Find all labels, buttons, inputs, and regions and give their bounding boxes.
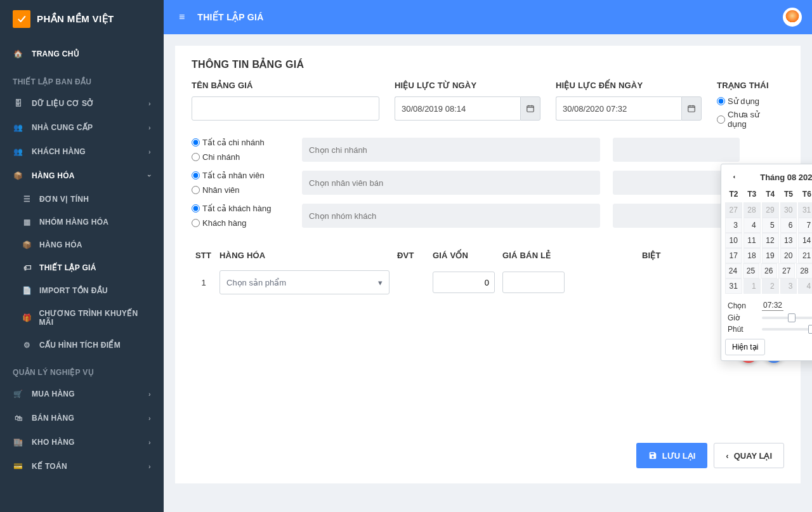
- calendar-day[interactable]: 26: [761, 263, 777, 279]
- calendar-day[interactable]: 6: [780, 218, 797, 233]
- back-button[interactable]: ‹ QUAY LẠI: [714, 443, 784, 468]
- nav-ke-toan[interactable]: 💳KẾ TOÁN›: [0, 454, 164, 478]
- status-inactive[interactable]: Chưa sử dụng: [717, 110, 773, 129]
- cust-one[interactable]: Khách hàng: [192, 218, 278, 228]
- database-icon: 🗄: [13, 99, 24, 108]
- calendar-day[interactable]: 13: [780, 233, 797, 248]
- sub-khuyen-mai[interactable]: 🎁CHƯƠNG TRÌNH KHUYẾN MÃI: [0, 302, 164, 334]
- calendar-day[interactable]: 20: [780, 248, 797, 263]
- calendar-day[interactable]: 1: [743, 279, 761, 294]
- price-table: STT HÀNG HÓA ĐVT GIÁ VỐN GIÁ BÁN LẺ BIỆT: [192, 246, 784, 299]
- topbar: ≡ THIẾT LẬP GIÁ: [164, 0, 812, 34]
- calendar-day[interactable]: 27: [725, 202, 742, 218]
- calendar-day[interactable]: 31: [798, 202, 812, 218]
- calendar-day[interactable]: 30: [780, 202, 797, 218]
- gear-icon: ⚙: [22, 341, 33, 350]
- calendar-day[interactable]: 2: [762, 279, 779, 294]
- sub-don-vi-tinh[interactable]: ☰ĐƠN VỊ TÍNH: [0, 188, 164, 211]
- calendar-dow: T4: [762, 187, 779, 202]
- nav-khach-hang[interactable]: 👥 KHÁCH HÀNG ›: [0, 140, 164, 164]
- calendar-day[interactable]: 11: [743, 233, 761, 248]
- calendar-day[interactable]: 4: [743, 218, 761, 233]
- calendar-day[interactable]: 3: [780, 279, 797, 294]
- nav-mua-hang[interactable]: 🛒MUA HÀNG›: [0, 382, 164, 406]
- emp-one[interactable]: Nhân viên: [192, 185, 278, 195]
- avatar[interactable]: [783, 8, 802, 27]
- nav-hang-hoa[interactable]: 📦 HÀNG HÓA ›: [0, 164, 164, 188]
- nav-kho-hang[interactable]: 🏬KHO HÀNG›: [0, 430, 164, 454]
- minute-slider[interactable]: [762, 328, 812, 331]
- nav-home[interactable]: 🏠 TRANG CHỦ: [0, 42, 164, 66]
- menu-toggle-icon[interactable]: ≡: [179, 11, 185, 23]
- calendar-day[interactable]: 31: [725, 279, 742, 294]
- calendar-day[interactable]: 10: [725, 233, 742, 248]
- from-date-input[interactable]: [395, 96, 520, 121]
- branch-select[interactable]: [302, 138, 600, 162]
- sub-tich-diem[interactable]: ⚙CẤU HÌNH TÍCH ĐIỂM: [0, 334, 164, 357]
- calendar-day[interactable]: 24: [725, 263, 742, 279]
- th-bs: [568, 246, 638, 265]
- th-gv: GIÁ VỐN: [429, 246, 499, 265]
- nav: 🏠 TRANG CHỦ THIẾT LẬP BAN ĐẦU 🗄 DỮ LIỆU …: [0, 38, 164, 512]
- cust-all[interactable]: Tất cả khách hàng: [192, 204, 278, 213]
- cust-select[interactable]: [302, 204, 600, 228]
- calendar-day[interactable]: 29: [762, 202, 779, 218]
- nav-du-lieu[interactable]: 🗄 DỮ LIỆU CƠ SỞ ›: [0, 91, 164, 115]
- calendar-dow: T6: [798, 187, 812, 202]
- save-button[interactable]: LƯU LẠI: [636, 443, 708, 468]
- calendar-day[interactable]: 14: [798, 233, 812, 248]
- svg-rect-4: [688, 106, 695, 112]
- calendar-day[interactable]: 19: [762, 248, 779, 263]
- chevron-left-icon: ‹: [726, 451, 728, 461]
- calendar-day[interactable]: 18: [743, 248, 761, 263]
- panel-title: THÔNG TIN BẢNG GIÁ: [192, 58, 784, 70]
- sub-nhom-hang[interactable]: ▦NHÓM HÀNG HÓA: [0, 211, 164, 233]
- branch-one[interactable]: Chi nhánh: [192, 152, 278, 162]
- calendar-day[interactable]: 3: [725, 218, 742, 233]
- to-date-button[interactable]: [681, 96, 702, 121]
- hour-slider[interactable]: [762, 317, 812, 319]
- to-date-input[interactable]: [556, 96, 681, 121]
- sidebar: PHẦN MỀM VIỆT 🏠 TRANG CHỦ THIẾT LẬP BAN …: [0, 0, 164, 512]
- home-icon: 🏠: [13, 49, 24, 58]
- branch-all[interactable]: Tất cả chi nhánh: [192, 138, 278, 147]
- sub-import[interactable]: 📄IMPORT TỒN ĐẦU: [0, 279, 164, 302]
- main: ≡ THIẾT LẬP GIÁ THÔNG TIN BẢNG GIÁ TÊN B…: [164, 0, 812, 512]
- customer-icon: 👥: [13, 147, 24, 156]
- prev-month-button[interactable]: [728, 171, 740, 183]
- calendar-day[interactable]: 28: [743, 202, 761, 218]
- calendar-title: Tháng 08 2020: [760, 173, 812, 182]
- gift-icon: 🎁: [22, 313, 32, 322]
- calendar-day[interactable]: 5: [762, 218, 779, 233]
- brand-logo: [13, 10, 30, 28]
- supplier-icon: 👥: [13, 123, 24, 132]
- retail-input[interactable]: [502, 272, 565, 293]
- from-date-button[interactable]: [520, 96, 540, 121]
- calendar-day[interactable]: 4: [798, 279, 812, 294]
- chevron-down-icon: ›: [146, 174, 154, 177]
- emp-all[interactable]: Tất cả nhân viên: [192, 171, 278, 180]
- calendar-day[interactable]: 27: [778, 263, 795, 279]
- nav-ban-hang[interactable]: 🛍BÁN HÀNG›: [0, 406, 164, 430]
- calendar-day[interactable]: 21: [798, 248, 812, 263]
- label-name: TÊN BẢNG GIÁ: [192, 81, 379, 90]
- card-icon: 💳: [13, 462, 24, 471]
- name-input[interactable]: [192, 96, 379, 121]
- th-stt: STT: [192, 246, 216, 265]
- th-bl: GIÁ BÁN LẺ: [499, 246, 568, 265]
- sub-thiet-lap-gia[interactable]: 🏷THIẾT LẬP GIÁ: [0, 256, 164, 279]
- calendar-day[interactable]: 12: [762, 233, 779, 248]
- sub-hang-hoa[interactable]: 📦HÀNG HÓA: [0, 233, 164, 256]
- calendar-day[interactable]: 17: [725, 248, 742, 263]
- cost-input[interactable]: [433, 272, 495, 293]
- chevron-right-icon: ›: [148, 148, 151, 155]
- calendar-dow: T5: [780, 187, 797, 202]
- calendar-day[interactable]: 7: [798, 218, 812, 233]
- calendar-day[interactable]: 28: [796, 263, 812, 279]
- nav-nha-cung-cap[interactable]: 👥 NHÀ CUNG CẤP ›: [0, 115, 164, 140]
- calendar-day[interactable]: 25: [743, 263, 759, 279]
- now-button[interactable]: Hiện tại: [725, 339, 765, 355]
- emp-select[interactable]: [302, 171, 600, 195]
- status-active[interactable]: Sử dụng: [717, 96, 773, 106]
- product-select[interactable]: Chọn sản phẩm ▾: [219, 270, 390, 294]
